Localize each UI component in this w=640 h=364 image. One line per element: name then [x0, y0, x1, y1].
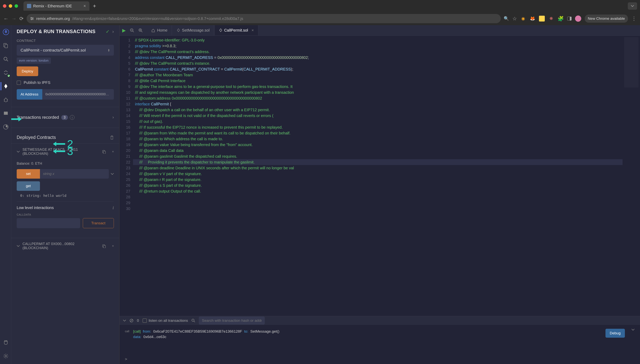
svg-line-31 [130, 320, 133, 322]
close-window[interactable] [3, 4, 7, 8]
compiler-success-badge [7, 74, 10, 77]
minimap[interactable] [622, 36, 640, 316]
bookmark-icon[interactable]: ☆ [512, 16, 517, 22]
publish-ipfs-row[interactable]: Publish to IPFS [17, 80, 114, 85]
maximize-window[interactable] [15, 4, 18, 8]
line-gutter: 1234567891011121314151617181920212223242… [119, 36, 133, 316]
remix-logo-icon[interactable] [2, 28, 10, 36]
tab-favicon [27, 4, 31, 8]
debugger-icon[interactable] [2, 96, 10, 104]
chevron-right-icon[interactable]: › [112, 29, 114, 34]
chevron-right-icon[interactable]: › [112, 115, 114, 120]
tab-dropdown[interactable] [628, 2, 637, 10]
terminal-log-entry[interactable]: call [call] from: 0x6caF207E417eC88EF35B… [125, 329, 634, 340]
chevron-down-icon[interactable] [631, 329, 634, 331]
svg-line-10 [7, 60, 8, 61]
analytics-icon[interactable] [2, 123, 10, 131]
code-content[interactable]: // SPDX-License-Identifier: GPL-3.0-only… [133, 36, 622, 316]
fn-get-button[interactable]: get [17, 181, 40, 191]
tab-label: CallPermit.sol [224, 28, 248, 32]
contract-label: CONTRACT [17, 39, 114, 43]
terminal-bar: 0 listen on all transactions [119, 316, 640, 325]
minimize-window[interactable] [9, 4, 12, 8]
new-tab-button[interactable]: + [93, 3, 96, 9]
tab-home[interactable]: Home [147, 25, 172, 36]
browser-tab-active[interactable]: Remix - Ethereum IDE × [24, 1, 89, 11]
evm-version-chip: evm version: london [17, 58, 51, 64]
editor-area: ▶ Home SetMessage.sol [119, 25, 640, 364]
book-icon[interactable] [2, 109, 10, 118]
tab-close-icon[interactable]: × [83, 4, 86, 8]
url-bar[interactable]: remix.ethereum.org/#lang=en&optimize=fal… [27, 14, 501, 23]
close-icon[interactable]: × [112, 244, 114, 248]
profile-avatar[interactable] [575, 16, 581, 22]
contract-header-callpermit[interactable]: CALLPERMIT AT 0X000...00802 (BLOCKCHAIN)… [11, 238, 119, 254]
debug-button[interactable]: Debug [605, 329, 625, 338]
trash-icon[interactable] [110, 136, 114, 140]
compiler-icon[interactable] [2, 68, 10, 77]
nav-forward-icon[interactable]: → [12, 16, 17, 22]
transactions-recorded-row[interactable]: Transactions recorded 3 i › [11, 110, 119, 124]
publish-ipfs-checkbox[interactable] [17, 80, 21, 85]
contract-select[interactable]: CallPermit - contracts/CallPermit.sol ▲▼ [17, 45, 114, 56]
fn-get-result: 0: string: hello world [20, 194, 114, 198]
terminal-search-input[interactable] [199, 316, 265, 325]
terminal-prompt[interactable]: > [119, 354, 640, 364]
search-icon[interactable] [191, 319, 195, 322]
deployed-contract-setmessage: SETMESSAGE AT 0XAC5...F2411 (BLOCKCHAIN)… [11, 144, 119, 232]
new-chrome-button[interactable]: New Chrome available [585, 14, 628, 23]
nav-reload-icon[interactable]: ⟳ [19, 16, 24, 22]
code-editor[interactable]: 1234567891011121314151617181920212223242… [119, 36, 640, 316]
log-content: [call] from: 0x6caF207E417eC88EF35B59E16… [133, 329, 602, 340]
tab-close-icon[interactable]: × [252, 28, 254, 32]
window-controls[interactable] [3, 4, 18, 8]
chevron-down-icon[interactable] [123, 320, 126, 322]
icon-bar [0, 25, 11, 364]
ext-icon-3[interactable] [539, 16, 545, 22]
info-icon[interactable]: i [112, 205, 114, 210]
deploy-panel: DEPLOY & RUN TRANSACTIONS ✓ › CONTRACT C… [11, 25, 119, 364]
copy-icon[interactable] [102, 150, 106, 154]
deployed-contracts-label: Deployed Contracts [17, 135, 56, 140]
side-panel-icon[interactable] [567, 17, 571, 20]
ext-icon-1[interactable]: ◉ [520, 16, 526, 22]
extensions-icon[interactable]: 🧩 [558, 16, 564, 22]
ext-icon-4[interactable]: ❋ [548, 16, 554, 22]
calldata-input[interactable] [17, 218, 80, 228]
close-icon[interactable]: × [112, 150, 114, 154]
at-address-button[interactable]: At Address [17, 89, 42, 100]
zoom-out-icon[interactable] [130, 28, 134, 32]
tab-setmessage[interactable]: SetMessage.sol [173, 25, 214, 36]
low-level-title: Low level interactions [17, 206, 54, 210]
nav-back-icon[interactable]: ← [4, 16, 9, 22]
panel-title: DEPLOY & RUN TRANSACTIONS [17, 29, 96, 34]
tab-callpermit[interactable]: CallPermit.sol × [215, 25, 258, 36]
pending-count: 0 [137, 318, 139, 323]
clear-icon[interactable] [130, 319, 133, 322]
plugin-icon[interactable] [2, 338, 10, 346]
info-icon[interactable]: i [70, 115, 75, 120]
zoom-in-icon[interactable] [138, 28, 143, 32]
contract-header-setmessage[interactable]: SETMESSAGE AT 0XAC5...F2411 (BLOCKCHAIN)… [11, 144, 119, 160]
transact-button[interactable]: Transact [83, 218, 114, 228]
zoom-icon[interactable]: 🔍 [504, 16, 509, 21]
contract-name: CALLPERMIT AT 0X000...00802 (BLOCKCHAIN) [23, 242, 99, 250]
at-address-input[interactable] [42, 89, 114, 100]
publish-ipfs-label: Publish to IPFS [24, 80, 50, 85]
search-icon[interactable] [2, 55, 10, 63]
solidity-file-icon [177, 28, 180, 32]
settings-icon[interactable] [2, 352, 10, 360]
run-icon[interactable]: ▶ [122, 28, 126, 33]
menu-icon[interactable]: ⋮ [631, 16, 636, 22]
listen-checkbox[interactable] [143, 318, 147, 323]
fn-set-button[interactable]: set [17, 169, 40, 178]
deploy-run-icon[interactable] [2, 82, 10, 90]
copy-icon[interactable] [102, 244, 106, 248]
chevron-down-icon[interactable] [111, 173, 114, 175]
site-settings-icon[interactable] [30, 17, 34, 20]
fn-set-input[interactable] [40, 169, 109, 178]
ext-icon-metamask[interactable]: 🦊 [530, 16, 535, 22]
check-icon[interactable]: ✓ [106, 29, 110, 34]
file-explorer-icon[interactable] [2, 42, 10, 50]
deploy-button[interactable]: Deploy [17, 66, 38, 76]
